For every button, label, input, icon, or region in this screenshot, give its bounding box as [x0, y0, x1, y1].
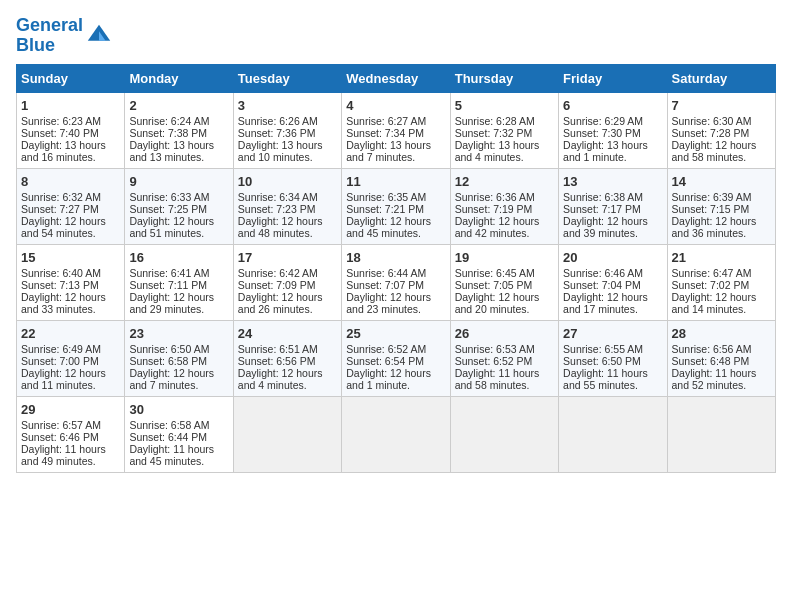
week-row: 29 Sunrise: 6:57 AM Sunset: 6:46 PM Dayl… [17, 396, 776, 472]
calendar-cell-day-20: 20 Sunrise: 6:46 AM Sunset: 7:04 PM Dayl… [559, 244, 667, 320]
col-header-friday: Friday [559, 64, 667, 92]
daylight-label: Daylight: 12 hours and 42 minutes. [455, 215, 540, 239]
col-header-saturday: Saturday [667, 64, 775, 92]
daylight-label: Daylight: 11 hours and 52 minutes. [672, 367, 757, 391]
sunset-label: Sunset: 7:00 PM [21, 355, 99, 367]
sunset-label: Sunset: 7:11 PM [129, 279, 207, 291]
logo-text: General Blue [16, 16, 83, 56]
daylight-label: Daylight: 12 hours and 1 minute. [346, 367, 431, 391]
daylight-label: Daylight: 12 hours and 17 minutes. [563, 291, 648, 315]
empty-cell [450, 396, 558, 472]
empty-cell [342, 396, 450, 472]
sunset-label: Sunset: 6:50 PM [563, 355, 641, 367]
day-number: 14 [672, 174, 771, 189]
page-header: General Blue [16, 16, 776, 56]
sunrise-label: Sunrise: 6:45 AM [455, 267, 535, 279]
daylight-label: Daylight: 11 hours and 58 minutes. [455, 367, 540, 391]
calendar-cell-day-2: 2 Sunrise: 6:24 AM Sunset: 7:38 PM Dayli… [125, 92, 233, 168]
daylight-label: Daylight: 13 hours and 7 minutes. [346, 139, 431, 163]
day-number: 8 [21, 174, 120, 189]
sunrise-label: Sunrise: 6:36 AM [455, 191, 535, 203]
sunrise-label: Sunrise: 6:50 AM [129, 343, 209, 355]
sunset-label: Sunset: 6:46 PM [21, 431, 99, 443]
calendar-cell-day-29: 29 Sunrise: 6:57 AM Sunset: 6:46 PM Dayl… [17, 396, 125, 472]
col-header-monday: Monday [125, 64, 233, 92]
week-row: 22 Sunrise: 6:49 AM Sunset: 7:00 PM Dayl… [17, 320, 776, 396]
daylight-label: Daylight: 13 hours and 10 minutes. [238, 139, 323, 163]
sunset-label: Sunset: 7:34 PM [346, 127, 424, 139]
calendar-cell-day-28: 28 Sunrise: 6:56 AM Sunset: 6:48 PM Dayl… [667, 320, 775, 396]
day-number: 20 [563, 250, 662, 265]
sunset-label: Sunset: 7:32 PM [455, 127, 533, 139]
calendar-cell-day-27: 27 Sunrise: 6:55 AM Sunset: 6:50 PM Dayl… [559, 320, 667, 396]
sunset-label: Sunset: 7:09 PM [238, 279, 316, 291]
sunrise-label: Sunrise: 6:53 AM [455, 343, 535, 355]
calendar-cell-day-23: 23 Sunrise: 6:50 AM Sunset: 6:58 PM Dayl… [125, 320, 233, 396]
daylight-label: Daylight: 11 hours and 55 minutes. [563, 367, 648, 391]
col-header-wednesday: Wednesday [342, 64, 450, 92]
sunrise-label: Sunrise: 6:32 AM [21, 191, 101, 203]
daylight-label: Daylight: 12 hours and 4 minutes. [238, 367, 323, 391]
header-row: SundayMondayTuesdayWednesdayThursdayFrid… [17, 64, 776, 92]
calendar-cell-day-5: 5 Sunrise: 6:28 AM Sunset: 7:32 PM Dayli… [450, 92, 558, 168]
day-number: 5 [455, 98, 554, 113]
sunset-label: Sunset: 7:38 PM [129, 127, 207, 139]
calendar-cell-day-16: 16 Sunrise: 6:41 AM Sunset: 7:11 PM Dayl… [125, 244, 233, 320]
day-number: 15 [21, 250, 120, 265]
sunset-label: Sunset: 6:54 PM [346, 355, 424, 367]
day-number: 9 [129, 174, 228, 189]
daylight-label: Daylight: 12 hours and 26 minutes. [238, 291, 323, 315]
sunset-label: Sunset: 7:07 PM [346, 279, 424, 291]
day-number: 6 [563, 98, 662, 113]
sunset-label: Sunset: 6:58 PM [129, 355, 207, 367]
col-header-tuesday: Tuesday [233, 64, 341, 92]
daylight-label: Daylight: 13 hours and 16 minutes. [21, 139, 106, 163]
sunset-label: Sunset: 7:19 PM [455, 203, 533, 215]
sunrise-label: Sunrise: 6:42 AM [238, 267, 318, 279]
empty-cell [559, 396, 667, 472]
day-number: 25 [346, 326, 445, 341]
week-row: 15 Sunrise: 6:40 AM Sunset: 7:13 PM Dayl… [17, 244, 776, 320]
sunrise-label: Sunrise: 6:49 AM [21, 343, 101, 355]
sunset-label: Sunset: 7:17 PM [563, 203, 641, 215]
daylight-label: Daylight: 12 hours and 7 minutes. [129, 367, 214, 391]
day-number: 12 [455, 174, 554, 189]
daylight-label: Daylight: 11 hours and 45 minutes. [129, 443, 214, 467]
sunrise-label: Sunrise: 6:29 AM [563, 115, 643, 127]
calendar-cell-day-12: 12 Sunrise: 6:36 AM Sunset: 7:19 PM Dayl… [450, 168, 558, 244]
logo-icon [85, 22, 113, 50]
calendar-table: SundayMondayTuesdayWednesdayThursdayFrid… [16, 64, 776, 473]
sunset-label: Sunset: 7:30 PM [563, 127, 641, 139]
day-number: 27 [563, 326, 662, 341]
sunrise-label: Sunrise: 6:23 AM [21, 115, 101, 127]
day-number: 28 [672, 326, 771, 341]
empty-cell [233, 396, 341, 472]
daylight-label: Daylight: 13 hours and 13 minutes. [129, 139, 214, 163]
week-row: 1 Sunrise: 6:23 AM Sunset: 7:40 PM Dayli… [17, 92, 776, 168]
sunrise-label: Sunrise: 6:44 AM [346, 267, 426, 279]
logo: General Blue [16, 16, 113, 56]
sunset-label: Sunset: 6:44 PM [129, 431, 207, 443]
sunset-label: Sunset: 7:05 PM [455, 279, 533, 291]
calendar-cell-day-3: 3 Sunrise: 6:26 AM Sunset: 7:36 PM Dayli… [233, 92, 341, 168]
col-header-sunday: Sunday [17, 64, 125, 92]
sunset-label: Sunset: 7:13 PM [21, 279, 99, 291]
sunrise-label: Sunrise: 6:52 AM [346, 343, 426, 355]
col-header-thursday: Thursday [450, 64, 558, 92]
daylight-label: Daylight: 12 hours and 23 minutes. [346, 291, 431, 315]
calendar-cell-day-13: 13 Sunrise: 6:38 AM Sunset: 7:17 PM Dayl… [559, 168, 667, 244]
calendar-cell-day-10: 10 Sunrise: 6:34 AM Sunset: 7:23 PM Dayl… [233, 168, 341, 244]
sunset-label: Sunset: 6:48 PM [672, 355, 750, 367]
sunrise-label: Sunrise: 6:33 AM [129, 191, 209, 203]
sunset-label: Sunset: 7:36 PM [238, 127, 316, 139]
sunrise-label: Sunrise: 6:27 AM [346, 115, 426, 127]
sunset-label: Sunset: 7:02 PM [672, 279, 750, 291]
daylight-label: Daylight: 12 hours and 54 minutes. [21, 215, 106, 239]
calendar-cell-day-7: 7 Sunrise: 6:30 AM Sunset: 7:28 PM Dayli… [667, 92, 775, 168]
day-number: 30 [129, 402, 228, 417]
day-number: 1 [21, 98, 120, 113]
sunrise-label: Sunrise: 6:34 AM [238, 191, 318, 203]
calendar-cell-day-24: 24 Sunrise: 6:51 AM Sunset: 6:56 PM Dayl… [233, 320, 341, 396]
sunset-label: Sunset: 7:27 PM [21, 203, 99, 215]
sunrise-label: Sunrise: 6:39 AM [672, 191, 752, 203]
